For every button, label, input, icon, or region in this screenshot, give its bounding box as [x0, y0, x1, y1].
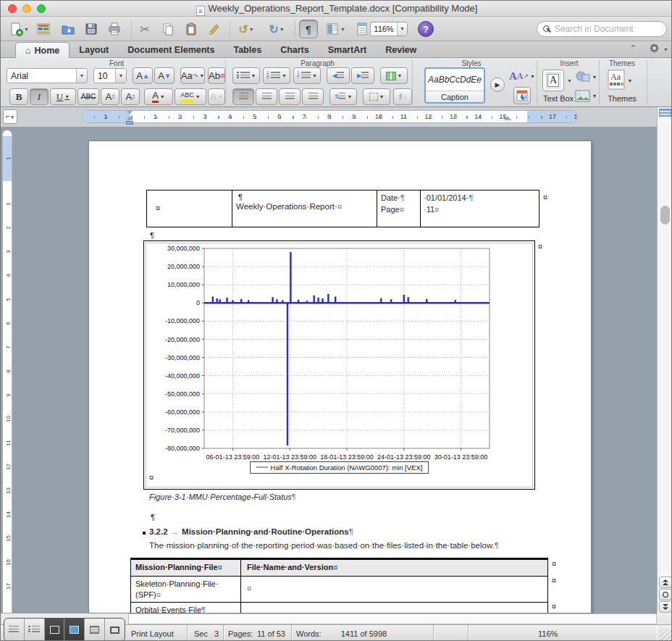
mission-planning-table[interactable]: Mission·Planning·File¤File·Name·and·Vers…	[130, 558, 548, 613]
increase-indent-button[interactable]: ▶	[351, 67, 374, 84]
collapse-ribbon-button[interactable]: ⌃	[629, 43, 637, 54]
text-box-dropdown[interactable]: ▼	[567, 78, 572, 83]
spelling-status-field[interactable]: ✗	[434, 625, 469, 641]
cut-button[interactable]: ✂	[135, 20, 154, 38]
undo-button[interactable]: ↺▼	[234, 20, 259, 38]
first-line-indent-marker[interactable]	[126, 110, 133, 114]
view-name-field[interactable]: Print Layout View	[128, 625, 188, 641]
section-field[interactable]: Sec 3	[190, 625, 224, 641]
open-button[interactable]	[59, 20, 77, 38]
shrink-font-button[interactable]: A▼	[154, 67, 175, 84]
font-size-combo[interactable]: 10▼	[93, 68, 127, 83]
draft-view-button[interactable]	[4, 619, 25, 641]
print-layout-view-button[interactable]	[64, 619, 85, 641]
header-cell-title[interactable]: ¶ Weekly·Operations·Report·¤	[232, 190, 377, 227]
columns-button[interactable]: ▼	[380, 67, 408, 84]
change-case-button[interactable]: Aa↷▼	[180, 67, 205, 84]
figure-caption[interactable]: Figure·3-1·MMU·Percentage-Full·Status¶	[149, 493, 296, 501]
mp-header-cell[interactable]: File·Name·and·Version¤	[241, 560, 547, 576]
search-input[interactable]	[553, 23, 668, 35]
split-window-handle[interactable]	[659, 109, 671, 117]
mp-cell-file-type[interactable]: Orbital·Events·File¶(ORBEVT)¤	[131, 603, 241, 613]
undo-dropdown[interactable]: ▼	[249, 27, 254, 32]
date-label[interactable]: Date·¶	[381, 193, 405, 202]
words-field[interactable]: Words: 1411 of 5998	[292, 625, 434, 641]
header-cell-values[interactable]: ·01/01/2014·¶ ·11¤	[421, 190, 539, 227]
mp-table-row[interactable]: Skeleton·Planning·File·(SPF)¤¤	[131, 577, 547, 603]
italic-button[interactable]: I	[30, 88, 49, 105]
tab-review[interactable]: Review	[376, 42, 426, 58]
mp-cell-file-name[interactable]: ¤	[241, 603, 547, 613]
save-button[interactable]	[82, 20, 101, 38]
next-page-button[interactable]	[659, 601, 672, 613]
redo-button[interactable]: ↻▼	[264, 20, 289, 38]
new-document-button[interactable]: ▼	[7, 20, 31, 38]
paste-button[interactable]	[182, 20, 201, 38]
styles-pane-button[interactable]: ¶	[513, 87, 531, 104]
text-styles-button[interactable]: AA↗▼	[511, 67, 534, 85]
mp-table-row[interactable]: Orbital·Events·File¶(ORBEVT)¤¤	[131, 603, 547, 613]
zoom-dropdown[interactable]: ▼	[397, 22, 407, 35]
style-gallery-expand-button[interactable]: ▶	[490, 77, 505, 92]
select-browse-object-button[interactable]	[659, 589, 672, 600]
section-heading[interactable]: 3.2.2→Mission·Planning·and·Routine·Opera…	[149, 527, 353, 536]
format-painter-button[interactable]	[205, 20, 224, 38]
publishing-layout-view-button[interactable]	[45, 619, 65, 641]
outline-view-button[interactable]	[25, 619, 45, 641]
picture-button[interactable]: ▼	[574, 87, 597, 104]
search-field[interactable]: ▼	[537, 21, 667, 37]
multilevel-list-button[interactable]: 1ai▼	[293, 67, 321, 84]
tab-home[interactable]: ⌂Home	[15, 42, 70, 58]
tab-document-elements[interactable]: Document Elements	[118, 42, 224, 58]
font-family-combo[interactable]: Arial▼	[7, 68, 88, 83]
report-header-table[interactable]: ¤ ¶ Weekly·Operations·Report·¤ Date·¶ Pa…	[146, 190, 539, 227]
print-button[interactable]	[105, 20, 124, 38]
mp-table-header-row[interactable]: Mission·Planning·File¤File·Name·and·Vers…	[131, 560, 547, 577]
vertical-scrollbar[interactable]	[657, 107, 672, 613]
page-value[interactable]: ·11¤	[424, 205, 439, 214]
align-right-button[interactable]	[279, 88, 301, 105]
style-gallery-current[interactable]: AaBbCcDdEe Caption	[424, 67, 485, 104]
mp-header-cell[interactable]: Mission·Planning·File¤	[131, 560, 241, 576]
help-button[interactable]: ?	[418, 21, 434, 37]
justify-button[interactable]	[302, 88, 324, 105]
mp-cell-file-type[interactable]: Skeleton·Planning·File·(SPF)¤	[131, 577, 241, 602]
tab-smartart[interactable]: SmartArt	[319, 42, 377, 58]
left-indent-marker[interactable]	[126, 121, 133, 125]
align-center-button[interactable]	[256, 88, 277, 105]
show-document-button[interactable]	[353, 20, 371, 38]
grow-font-button[interactable]: A▲	[133, 67, 153, 84]
body-paragraph[interactable]: The·mission·planning·of·the·reporting·pe…	[149, 541, 499, 550]
page-layout-button[interactable]: ▼	[322, 20, 348, 38]
vertical-ruler[interactable]: 11234567891011121314151617	[2, 130, 12, 613]
mp-cell-file-name[interactable]: ¤	[241, 577, 547, 602]
zoom-combo[interactable]: 116% ▼	[370, 22, 408, 36]
document-page[interactable]: ¤ ¶ Weekly·Operations·Report·¤ Date·¶ Pa…	[88, 141, 592, 613]
decrease-indent-button[interactable]: ◀	[327, 67, 350, 84]
clear-formatting-button[interactable]: Ab	[208, 67, 225, 84]
previous-page-button[interactable]	[659, 577, 672, 588]
bullets-button[interactable]: ▼	[232, 67, 260, 84]
tab-tables[interactable]: Tables	[224, 42, 271, 58]
text-effects-button[interactable]: A▼	[208, 88, 225, 105]
bold-button[interactable]: B	[9, 88, 28, 105]
tab-stop-selector[interactable]: ⌐▼	[3, 109, 17, 124]
shapes-button[interactable]: ▼	[574, 68, 597, 85]
highlight-button[interactable]: ABC▼	[175, 88, 206, 105]
numbering-button[interactable]: 123▼	[263, 67, 290, 84]
hanging-indent-marker[interactable]	[126, 116, 133, 120]
font-color-button[interactable]: A▼	[144, 88, 173, 105]
copy-button[interactable]	[159, 20, 177, 38]
notebook-layout-view-button[interactable]	[85, 619, 105, 641]
line-spacing-button[interactable]: ⇅▼	[329, 88, 357, 105]
tab-layout[interactable]: Layout	[70, 42, 118, 58]
sort-button[interactable]: AZ↓	[393, 88, 412, 105]
redo-dropdown[interactable]: ▼	[280, 27, 285, 32]
text-box-button[interactable]: A	[542, 70, 564, 91]
underline-button[interactable]: U▼	[50, 88, 76, 105]
strikethrough-button[interactable]: ABC	[77, 88, 99, 105]
window-resize-grip[interactable]	[660, 629, 671, 640]
chart-figure-frame[interactable]: 30,000,00020,000,00010,000,0000-10,000,0…	[143, 240, 535, 490]
right-indent-marker[interactable]	[504, 116, 511, 120]
pages-field[interactable]: Pages: 11 of 53	[224, 625, 292, 641]
